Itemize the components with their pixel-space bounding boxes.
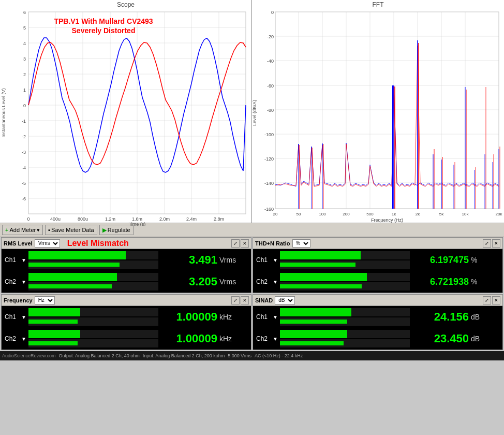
freq-panel: Frequency Hz ⤢ ✕ Ch1 ▼ 1.00009 kHz (1, 294, 251, 350)
rms-ch2-bar2 (28, 282, 158, 291)
play-icon: ▶ (102, 227, 107, 234)
freq-ch1-bar1-fill (28, 308, 80, 316)
level-mismatch-label: Level Mismatch (67, 239, 129, 248)
thdn-ch1-unit: % (471, 256, 499, 264)
sinad-ch2-row: Ch2 ▼ 23.450 dB (253, 328, 502, 350)
rms-ch2-bar2-fill (28, 284, 112, 288)
svg-text:5k: 5k (439, 212, 444, 216)
sinad-ch2-dropdown[interactable]: ▼ (273, 336, 278, 342)
svg-text:Frequency (Hz): Frequency (Hz) (371, 218, 403, 223)
freq-unit-select[interactable]: Hz (35, 296, 55, 304)
thdn-close-button[interactable]: ✕ (492, 239, 500, 248)
thdn-ch1-value: 6.197475 (412, 255, 469, 266)
svg-text:-3: -3 (22, 150, 26, 155)
svg-text:-6: -6 (22, 196, 26, 201)
svg-text:-4: -4 (22, 165, 26, 170)
thdn-ch2-bar1-fill (280, 273, 367, 281)
sinad-close-button[interactable]: ✕ (492, 296, 500, 304)
rms-ch2-dropdown[interactable]: ▼ (21, 279, 26, 285)
rms-expand-button[interactable]: ⤢ (231, 239, 240, 248)
add-meter-button[interactable]: + Add Meter ▾ (2, 225, 43, 235)
scope-title: Scope (0, 0, 251, 9)
svg-text:500: 500 (366, 212, 374, 216)
freq-ch2-bars (28, 330, 158, 347)
save-meter-button[interactable]: ▪ Save Meter Data (45, 225, 97, 235)
freq-ch1-dropdown[interactable]: ▼ (21, 314, 26, 320)
thdn-ch1-bars (280, 251, 410, 269)
thdn-unit-select[interactable]: % (292, 239, 310, 248)
sinad-panel: SINAD dB ⤢ ✕ Ch1 ▼ 24.156 dB (253, 294, 503, 350)
sinad-ch2-label: Ch2 (256, 335, 271, 342)
thdn-ch2-bar1 (280, 273, 410, 281)
svg-text:50: 50 (297, 212, 301, 216)
sinad-ch1-bar2 (280, 317, 410, 326)
svg-text:1: 1 (23, 88, 26, 93)
svg-text:2.4m: 2.4m (186, 216, 197, 222)
thdn-ch1-dropdown[interactable]: ▼ (273, 257, 278, 263)
svg-text:800u: 800u (78, 216, 88, 222)
sinad-expand-button[interactable]: ⤢ (483, 296, 491, 304)
thdn-expand-button[interactable]: ⤢ (483, 239, 491, 248)
freq-ch2-dropdown[interactable]: ▼ (21, 336, 26, 342)
watermark: AudioScienceReview.com (2, 353, 56, 358)
sinad-ch1-bar1-fill (280, 308, 351, 316)
sinad-ch2-bar2-fill (280, 341, 344, 345)
sinad-ch1-bar2-fill (280, 320, 348, 324)
sinad-ch1-unit: dB (471, 313, 499, 321)
svg-text:2.8m: 2.8m (214, 216, 224, 222)
svg-text:6: 6 (23, 10, 26, 15)
freq-ch1-bar2-fill (28, 320, 78, 324)
sinad-ch1-dropdown[interactable]: ▼ (273, 314, 278, 320)
svg-text:0: 0 (23, 103, 26, 108)
rms-ch2-bar1-fill (28, 273, 117, 281)
rms-close-button[interactable]: ✕ (241, 239, 249, 248)
rms-ch2-value: 3.205 (160, 275, 217, 288)
svg-text:2.0m: 2.0m (159, 216, 170, 222)
thdn-ch1-bar2-fill (280, 263, 355, 267)
freq-expand-button[interactable]: ⤢ (231, 296, 240, 304)
svg-text:4: 4 (23, 41, 26, 46)
thdn-ch1-label: Ch1 (256, 256, 271, 264)
scope-panel: Scope (0, 0, 252, 223)
svg-text:0: 0 (271, 10, 274, 15)
svg-text:-160: -160 (264, 207, 274, 212)
rms-controls: ⤢ ✕ (231, 239, 249, 248)
svg-text:-40: -40 (267, 59, 274, 64)
svg-text:Instantaneous Level (V): Instantaneous Level (V) (1, 88, 6, 137)
svg-text:3: 3 (23, 56, 26, 62)
freq-close-button[interactable]: ✕ (241, 296, 249, 304)
freq-ch2-bar2-fill (28, 341, 78, 345)
thdn-ch2-bars (280, 273, 410, 291)
thdn-ch2-bar2-fill (280, 284, 362, 288)
rms-ch2-unit: Vrms (219, 278, 248, 286)
thdn-title: THD+N Ratio (255, 240, 290, 247)
plus-icon: + (5, 227, 8, 233)
freq-ch1-bar2 (28, 317, 158, 326)
svg-text:200: 200 (343, 212, 350, 216)
thdn-ch2-bar2 (280, 282, 410, 291)
freq-ch1-row: Ch1 ▼ 1.00009 kHz (2, 306, 251, 328)
rms-title: RMS Level (4, 240, 33, 247)
rms-ch2-label: Ch2 (5, 278, 19, 285)
chevron-down-icon: ▾ (37, 227, 40, 234)
svg-text:1.6m: 1.6m (132, 216, 142, 222)
rms-unit-select[interactable]: Vrms (35, 239, 60, 248)
svg-text:Severely Distorted: Severely Distorted (72, 26, 136, 35)
rms-ch2-bar1 (28, 273, 158, 281)
thdn-panel: THD+N Ratio % ⤢ ✕ Ch1 ▼ 6.197475 % (253, 237, 503, 293)
sinad-ch2-bar1-fill (280, 330, 348, 338)
freq-ch2-unit: kHz (219, 335, 248, 343)
sinad-unit-select[interactable]: dB (275, 296, 295, 304)
save-icon: ▪ (48, 227, 50, 233)
sinad-ch1-value: 24.156 (412, 310, 469, 324)
rms-ch1-dropdown[interactable]: ▼ (21, 257, 26, 263)
thdn-ch2-dropdown[interactable]: ▼ (273, 279, 278, 285)
regulate-button[interactable]: ▶ Regulate (99, 225, 134, 235)
thdn-ch1-bar1-fill (280, 251, 361, 259)
footer-output: Output: Analog Balanced 2 Ch, 40 ohm (59, 353, 140, 358)
rms-panel: RMS Level Vrms Level Mismatch ⤢ ✕ Ch1 ▼ (1, 237, 251, 293)
svg-text:-1: -1 (22, 119, 26, 124)
sinad-header: SINAD dB ⤢ ✕ (253, 295, 502, 306)
svg-text:-80: -80 (267, 108, 274, 113)
thdn-ch1-row: Ch1 ▼ 6.197475 % (253, 249, 502, 271)
